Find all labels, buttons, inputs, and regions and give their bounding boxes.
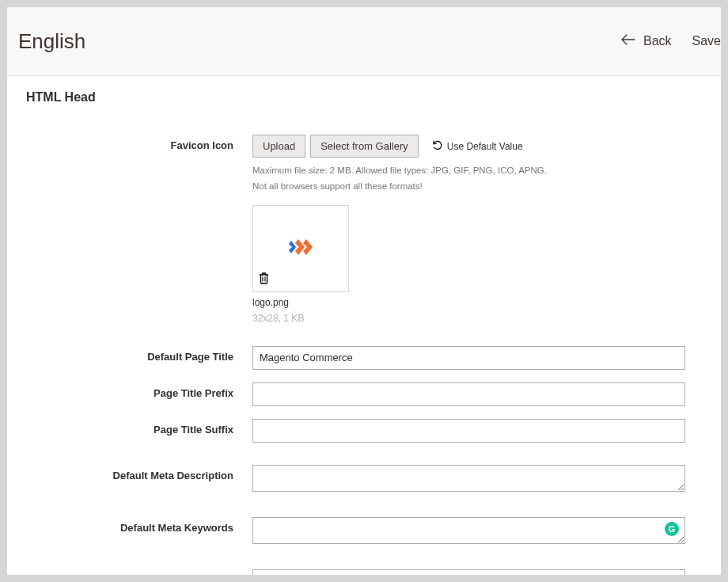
logo-icon [289, 238, 313, 260]
textarea-meta-description[interactable] [252, 465, 685, 492]
page-header: English Back Save [7, 7, 721, 76]
label-meta-keywords: Default Meta Keywords [7, 517, 252, 547]
row-meta-keywords: Default Meta Keywords [7, 517, 685, 547]
input-title-prefix[interactable] [252, 382, 685, 406]
label-title-prefix: Page Title Prefix [7, 382, 252, 406]
field-favicon: Upload Select from Gallery Use Default V… [252, 135, 685, 324]
label-default-page-title: Default Page Title [7, 346, 252, 370]
restore-label: Use Default Value [447, 141, 523, 152]
input-title-suffix[interactable] [252, 419, 685, 443]
row-default-page-title: Default Page Title [7, 346, 685, 370]
favicon-thumbnail [252, 205, 349, 292]
textarea-meta-keywords[interactable] [252, 517, 685, 544]
arrow-left-icon [621, 34, 635, 48]
label-meta-description: Default Meta Description [7, 465, 252, 495]
favicon-hint-1: Maximum file size: 2 MB. Allowed file ty… [252, 164, 685, 177]
textarea-scripts[interactable] [252, 569, 685, 576]
row-scripts: Scripts and Style Sheets This will be in… [7, 569, 685, 576]
back-label: Back [643, 34, 672, 48]
row-meta-description: Default Meta Description [7, 465, 685, 495]
save-button[interactable]: Save [692, 34, 721, 48]
favicon-buttons: Upload Select from Gallery Use Default V… [252, 135, 685, 158]
row-favicon: Favicon Icon Upload Select from Gallery … [7, 135, 685, 324]
gallery-button[interactable]: Select from Gallery [310, 135, 419, 158]
section-title: HTML Head [7, 76, 721, 105]
save-label: Save [692, 34, 721, 48]
row-title-suffix: Page Title Suffix [7, 419, 685, 443]
page-root: English Back Save HTML Head Favicon Icon… [7, 7, 721, 575]
label-favicon: Favicon Icon [7, 135, 252, 324]
input-default-page-title[interactable] [252, 346, 685, 370]
favicon-dimensions: 32x28, 1 KB [252, 313, 685, 324]
favicon-filename: logo.png [252, 297, 685, 308]
undo-icon [431, 139, 442, 153]
upload-button[interactable]: Upload [252, 135, 305, 158]
label-scripts: Scripts and Style Sheets [7, 569, 252, 576]
row-title-prefix: Page Title Prefix [7, 382, 685, 406]
page-title: English [18, 29, 85, 54]
form-area: Favicon Icon Upload Select from Gallery … [7, 105, 721, 575]
delete-thumbnail-button[interactable] [259, 272, 269, 287]
favicon-hint-2: Not all browsers support all these forma… [252, 180, 685, 193]
label-title-suffix: Page Title Suffix [7, 419, 252, 443]
header-actions: Back Save [621, 34, 721, 48]
back-button[interactable]: Back [621, 34, 672, 48]
restore-default-button[interactable]: Use Default Value [431, 139, 523, 153]
